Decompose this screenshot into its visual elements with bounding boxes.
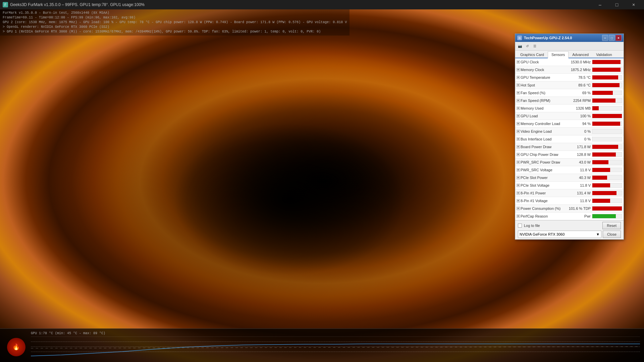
sensor-label: PWR_SRC Voltage [521, 168, 552, 172]
sensor-bar-container [592, 152, 622, 157]
main-titlebar: F Geeks3D FurMark v1.35.0.0 – 99FPS. GPU… [0, 0, 644, 9]
debug-line3: GPU 2 (core: 1530 MHz, mem: 1875 MHz) - … [3, 20, 347, 25]
close-button[interactable]: × [626, 0, 641, 9]
sensor-bar-container [592, 160, 622, 165]
menu-icon-button[interactable]: ☰ [531, 43, 538, 50]
sensor-name: ▾Video Engine Load [517, 129, 569, 133]
tab-sensors[interactable]: Sensors [548, 51, 569, 58]
gpuz-close-button[interactable]: × [615, 35, 622, 41]
sensor-value: 43.0 W [569, 160, 592, 164]
sensor-dropdown-arrow[interactable]: ▾ [517, 168, 520, 172]
sensor-dropdown-arrow[interactable]: ▾ [517, 122, 520, 125]
gpuz-titlebar: G TechPowerUp GPU-Z 2.54.0 – □ × [515, 34, 624, 42]
sensor-value: 2254 RPM [569, 99, 592, 103]
sensor-value: 69 % [569, 91, 592, 95]
sensor-dropdown-arrow[interactable]: ▾ [517, 68, 520, 71]
camera-icon-button[interactable]: 📷 [517, 43, 523, 50]
gpuz-maximize-button[interactable]: □ [609, 35, 615, 41]
sensor-dropdown-arrow[interactable]: ▾ [517, 215, 520, 218]
sensor-dropdown-arrow[interactable]: ▾ [517, 60, 520, 64]
sensor-name: ▾Fan Speed (RPM) [517, 99, 569, 103]
sensor-row: ▾Fan Speed (RPM)2254 RPM [515, 97, 624, 105]
refresh-icon-button[interactable]: ↺ [524, 43, 531, 50]
sensor-bar [592, 122, 620, 126]
sensor-row: ▾GPU Clock1530.0 MHz [515, 58, 624, 66]
sensor-row: ▾Memory Controller Load94 % [515, 120, 624, 128]
close-button-bottom[interactable]: Close [603, 231, 621, 238]
device-row: NVIDIA GeForce RTX 3060 ▼ Close [518, 231, 621, 238]
sensor-label: Video Engine Load [521, 129, 552, 133]
sensor-row: ▾PCIe Slot Power40.3 W [515, 174, 624, 182]
sensor-name: ▾PWR_SRC Power Draw [517, 160, 569, 164]
sensor-row: ▾GPU Temperature78.5 °C [515, 74, 624, 81]
sensor-bar [592, 114, 622, 118]
sensor-dropdown-arrow[interactable]: ▾ [517, 83, 520, 87]
sensor-row: ▾Bus Interface Load0 % [515, 135, 624, 143]
sensor-dropdown-arrow[interactable]: ▾ [517, 191, 520, 195]
gpuz-minimize-button[interactable]: – [602, 35, 608, 41]
sensor-label: PWR_SRC Power Draw [521, 160, 560, 164]
graph-area: GPU 1:78 °C (min: 45 °C - max: 89 °C) [30, 330, 641, 361]
sensor-dropdown-arrow[interactable]: ▾ [517, 207, 520, 210]
sensor-value: 1326 MB [569, 106, 592, 110]
sensor-row: ▾Memory Used1326 MB [515, 105, 624, 112]
tab-graphics-card[interactable]: Graphics Card [517, 51, 548, 58]
sensor-dropdown-arrow[interactable]: ▾ [517, 145, 520, 148]
sensor-value: 1875.2 MHz [569, 68, 592, 72]
sensor-bar [592, 83, 620, 87]
minimize-button[interactable]: – [592, 0, 608, 9]
sensor-row: ▾Video Engine Load0 % [515, 128, 624, 135]
sensor-dropdown-arrow[interactable]: ▾ [517, 153, 520, 156]
sensor-bar-container [592, 144, 622, 149]
sensor-value: 171.8 W [569, 145, 592, 149]
logo-area: 🔥 [3, 330, 30, 362]
sensor-name: ▾Memory Clock [517, 68, 569, 72]
gpuz-tabs: Graphics Card Sensors Advanced Validatio… [515, 51, 624, 58]
device-select[interactable]: NVIDIA GeForce RTX 3060 ▼ [518, 231, 601, 238]
sensor-dropdown-arrow[interactable]: ▾ [517, 137, 520, 141]
sensor-dropdown-arrow[interactable]: ▾ [517, 99, 520, 102]
tab-advanced[interactable]: Advanced [569, 51, 592, 58]
sensor-label: Power Consumption (%) [521, 206, 560, 210]
sensor-row: ▾GPU Chip Power Draw128.8 W [515, 151, 624, 159]
sensor-dropdown-arrow[interactable]: ▾ [517, 176, 520, 179]
sensor-bar-container [592, 121, 622, 126]
sensor-dropdown-arrow[interactable]: ▾ [517, 76, 520, 79]
sensor-row: ▾8-Pin #1 Voltage11.8 V [515, 197, 624, 205]
reset-button[interactable]: Reset [602, 222, 621, 229]
maximize-button[interactable]: □ [609, 0, 625, 9]
sensor-dropdown-arrow[interactable]: ▾ [517, 91, 520, 95]
sensor-name: ▾Memory Used [517, 106, 569, 110]
sensor-label: GPU Temperature [521, 75, 550, 79]
sensor-name: ▾8-Pin #1 Voltage [517, 199, 569, 203]
sensor-label: PCIe Slot Voltage [521, 183, 549, 187]
tab-validation[interactable]: Validation [592, 51, 616, 58]
sensor-dropdown-arrow[interactable]: ▾ [517, 130, 520, 133]
sensor-row: ▾Board Power Draw171.8 W [515, 143, 624, 151]
sensor-dropdown-arrow[interactable]: ▾ [517, 107, 520, 110]
sensor-dropdown-arrow[interactable]: ▾ [517, 114, 520, 118]
log-to-file-label: Log to file [524, 224, 540, 228]
sensor-bar [592, 75, 618, 79]
sensor-dropdown-arrow[interactable]: ▾ [517, 161, 520, 164]
sensor-name: ▾Board Power Draw [517, 145, 569, 149]
log-to-file-checkbox[interactable] [518, 224, 522, 228]
sensor-name: ▾GPU Clock [517, 60, 569, 64]
main-title: Geeks3D FurMark v1.35.0.0 – 99FPS. GPU1 … [10, 2, 145, 7]
sensor-row: ▾Memory Clock1875.2 MHz [515, 66, 624, 74]
sensor-label: Board Power Draw [521, 145, 551, 149]
sensor-bar [592, 145, 618, 149]
sensor-bar-container [592, 114, 622, 118]
sensor-value: Pwr [569, 214, 592, 218]
sensor-value: 11.8 V [569, 183, 592, 187]
sensor-label: Hot Spot [521, 83, 535, 87]
sensor-dropdown-arrow[interactable]: ▾ [517, 184, 520, 187]
sensor-dropdown-arrow[interactable]: ▾ [517, 199, 520, 202]
sensor-row: ▾Fan Speed (%)69 % [515, 89, 624, 97]
sensor-row: ▾8-Pin #1 Power131.4 W [515, 189, 624, 197]
sensor-name: ▾Bus Interface Load [517, 137, 569, 141]
sensor-name: ▾8-Pin #1 Power [517, 191, 569, 195]
sensor-bar-container [592, 67, 622, 72]
graph-canvas [31, 337, 640, 357]
log-row: Log to file Reset [518, 222, 621, 229]
